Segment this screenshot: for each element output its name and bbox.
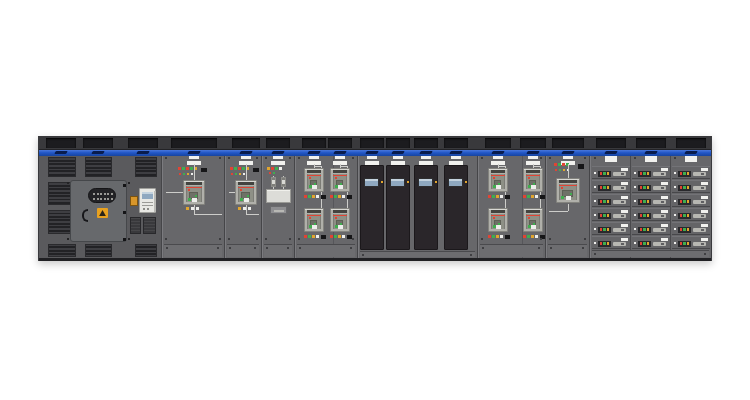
handle-grip (621, 187, 624, 190)
handle-grip (621, 201, 624, 204)
indicator-light (523, 195, 526, 198)
nameplate-tag (540, 195, 545, 199)
breaker-rating-label (244, 198, 249, 202)
feeder-drawer[interactable] (632, 208, 670, 221)
feeder-drawer[interactable] (672, 180, 710, 193)
indicator-light (191, 173, 193, 175)
drawer-handle[interactable] (653, 242, 666, 246)
feeder-drawer[interactable] (592, 222, 630, 235)
feeder-drawer[interactable] (632, 166, 670, 179)
pushbutton (248, 207, 251, 210)
indicator-cluster (598, 199, 611, 205)
blank-door[interactable] (414, 165, 438, 250)
circuit-breaker-unit[interactable] (556, 178, 580, 203)
indicator-cluster (598, 171, 611, 177)
drawer-handle[interactable] (693, 228, 706, 232)
screw (674, 157, 676, 159)
drawer-handle[interactable] (693, 214, 706, 218)
feeder-drawer[interactable] (632, 180, 670, 193)
indicator-light (523, 235, 526, 238)
feeder-drawer[interactable] (592, 166, 630, 179)
indicator-light (238, 167, 241, 170)
indicator-light (570, 193, 572, 195)
door-handle[interactable] (82, 209, 88, 222)
indicator-light (680, 172, 683, 175)
indicator-light (555, 169, 557, 171)
hmi-display[interactable] (390, 178, 405, 187)
blank-door[interactable] (386, 165, 410, 250)
hinge-pin (123, 211, 126, 214)
drawer-handle[interactable] (613, 214, 626, 218)
power-meter[interactable] (139, 188, 156, 213)
feeder-drawer[interactable] (592, 208, 630, 221)
indicator-light (247, 195, 249, 197)
indicator-light (683, 214, 686, 217)
feeder-drawer[interactable] (632, 236, 670, 249)
indicator-light (643, 242, 646, 245)
feeder-drawer[interactable] (592, 194, 630, 207)
feeder-drawer[interactable] (632, 194, 670, 207)
feeder-drawer[interactable] (592, 180, 630, 193)
breaker-trip-line (186, 187, 202, 188)
screw (594, 157, 596, 159)
drawer-handle[interactable] (613, 200, 626, 204)
circuit-breaker-unit[interactable] (330, 208, 350, 232)
hmi-display[interactable] (418, 178, 433, 187)
drawer-handle[interactable] (693, 186, 706, 190)
drawer-handle[interactable] (613, 228, 626, 232)
indicator-light (687, 172, 690, 175)
screw (228, 238, 230, 240)
warning-triangle-icon (99, 210, 106, 217)
circuit-breaker-unit[interactable] (304, 168, 324, 192)
feeder-drawer[interactable] (672, 208, 710, 221)
circuit-breaker-unit[interactable] (488, 168, 508, 192)
hmi-display[interactable] (364, 178, 379, 187)
drawer-handle[interactable] (653, 228, 666, 232)
indicator-light (634, 172, 636, 174)
vent-louver (135, 157, 157, 177)
drawer-handle[interactable] (653, 186, 666, 190)
drawer-handle[interactable] (693, 200, 706, 204)
incomer-door[interactable] (70, 180, 127, 242)
circuit-breaker-unit[interactable] (304, 208, 324, 232)
drawer-handle[interactable] (613, 242, 626, 246)
indicator-row (523, 194, 547, 199)
circuit-breaker-unit[interactable] (523, 208, 543, 232)
drawer-handle[interactable] (693, 242, 706, 246)
bottom-panel (480, 244, 543, 257)
feeder-drawer[interactable] (672, 166, 710, 179)
drawer-handle[interactable] (693, 172, 706, 176)
indicator-light (500, 235, 503, 238)
circuit-breaker-unit[interactable] (183, 180, 205, 205)
feeder-drawer[interactable] (632, 222, 670, 235)
label-plate (645, 156, 657, 162)
feeder-drawer[interactable] (672, 236, 710, 249)
label-plate (393, 156, 403, 159)
meter-screen (142, 192, 153, 199)
blank-door[interactable] (360, 165, 384, 250)
drawer-handle[interactable] (653, 200, 666, 204)
top-vent-inset (676, 138, 706, 148)
drawer-handle[interactable] (613, 186, 626, 190)
handle-grip (701, 173, 704, 176)
indicator-row (488, 194, 512, 199)
brand-logo (333, 151, 347, 154)
feeder-drawer[interactable] (592, 236, 630, 249)
feeder-drawer[interactable] (672, 222, 710, 235)
circuit-breaker-unit[interactable] (330, 168, 350, 192)
drawer-handle[interactable] (613, 172, 626, 176)
indicator-light (535, 195, 538, 198)
top-vent-inset (46, 138, 76, 148)
indicator-light (594, 186, 596, 188)
circuit-breaker-unit[interactable] (488, 208, 508, 232)
metering-compartment[interactable] (266, 189, 291, 203)
circuit-breaker-unit[interactable] (523, 168, 543, 192)
drawer-handle[interactable] (653, 214, 666, 218)
blank-door[interactable] (444, 165, 468, 250)
drawer-handle[interactable] (653, 172, 666, 176)
indicator-light (334, 195, 337, 198)
circuit-breaker-unit[interactable] (235, 180, 257, 205)
top-vent-inset (552, 138, 584, 148)
hmi-display[interactable] (448, 178, 463, 187)
feeder-drawer[interactable] (672, 194, 710, 207)
